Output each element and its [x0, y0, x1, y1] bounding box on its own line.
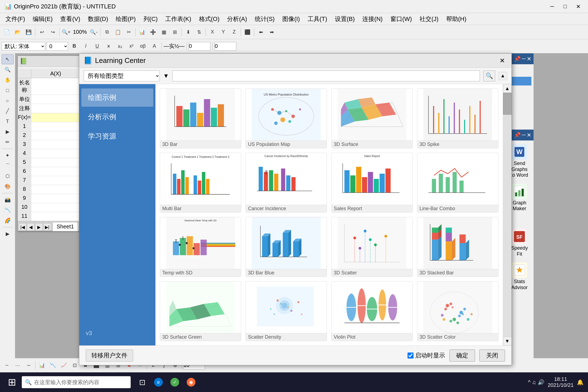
alpha-button[interactable]: αβ — [138, 41, 148, 51]
chart-item-2[interactable]: US Metro Population Distribution — [246, 88, 327, 148]
cell-a-11[interactable] — [31, 212, 80, 221]
sheet-next-btn[interactable]: ▶ — [35, 223, 43, 231]
nav-item-graphs[interactable]: 绘图示例 — [81, 88, 153, 107]
chart-item-16[interactable]: 3D Scatter Color — [417, 281, 498, 341]
taskbar-task-view[interactable]: ⊡ — [135, 375, 149, 389]
dialog-close-footer-button[interactable]: 关闭 — [479, 350, 505, 362]
z-button[interactable]: Z — [229, 27, 239, 37]
scroll-thumb[interactable] — [503, 93, 512, 115]
font-color-button[interactable]: A — [149, 41, 160, 51]
strikethrough-button[interactable]: x — [103, 41, 114, 51]
transfer-files-button[interactable]: 转移用户文件 — [86, 350, 133, 362]
redo-button[interactable]: ↪ — [48, 27, 58, 37]
dialog-close-button[interactable]: ✕ — [497, 56, 507, 66]
close-button[interactable]: ✕ — [573, 2, 584, 11]
menu-view[interactable]: 查看(V) — [57, 14, 83, 24]
new-button[interactable]: 📄 — [2, 27, 12, 37]
menu-settings[interactable]: 设置(B) — [332, 14, 358, 24]
insert-button[interactable]: ➕ — [148, 27, 158, 37]
taskbar-search-box[interactable]: 🔍 在这里输入你要搜索的内容 — [22, 376, 131, 388]
undo-button[interactable]: ↩ — [37, 27, 47, 37]
mark-button[interactable]: ⬛ — [242, 27, 253, 37]
zoom-out-button[interactable]: 🔍- — [88, 27, 99, 37]
bold-button[interactable]: B — [69, 41, 79, 51]
chart-item-1[interactable]: 3D Bar — [160, 88, 241, 148]
search-button[interactable]: 🔍 — [483, 71, 495, 81]
search-input[interactable] — [172, 71, 480, 81]
chart-item-10[interactable]: 3D Bar Blue — [246, 217, 327, 277]
draw-btn-3[interactable]: ∼ — [23, 360, 34, 370]
pointer-tool[interactable]: ▶ — [2, 127, 14, 137]
copy-button[interactable]: ⧉ — [102, 27, 112, 37]
cell-a-5[interactable] — [31, 158, 80, 167]
cell-a-8[interactable] — [31, 185, 80, 194]
menu-window[interactable]: 窗口(W) — [387, 14, 415, 24]
chart-item-4[interactable]: 3D Spike — [417, 88, 498, 148]
menu-analyze[interactable]: 分析(A) — [224, 14, 250, 24]
sheet-first-btn[interactable]: |◀ — [19, 223, 26, 231]
panel-pin-icon[interactable]: 📌 — [514, 56, 521, 62]
underline-button[interactable]: U — [92, 41, 102, 51]
sheet-prev-btn[interactable]: ◀ — [27, 223, 35, 231]
menu-tools[interactable]: 工具(T) — [304, 14, 330, 24]
cell-a-1[interactable] — [31, 122, 80, 131]
draw-btn-2[interactable]: ⋯ — [13, 360, 23, 370]
chart-item-3[interactable]: 3D Surface — [331, 88, 413, 148]
chart-btn-1[interactable]: 📊 — [37, 360, 47, 370]
menu-file[interactable]: 文件(F) — [2, 14, 28, 24]
curve-tool[interactable]: ⌒ — [2, 161, 14, 171]
menu-connect[interactable]: 连接(N) — [359, 14, 386, 24]
data-tool[interactable]: ✦ — [2, 151, 14, 160]
zoom-tool[interactable]: 🔍 — [2, 65, 14, 75]
scroll-up-button[interactable]: ▲ — [498, 72, 507, 80]
chart-item-7[interactable]: Sales Report — [331, 153, 413, 213]
italic-button[interactable]: I — [81, 41, 91, 51]
startup-checkbox[interactable] — [408, 353, 414, 359]
notification-icon[interactable]: 🔔 — [577, 379, 584, 385]
chart-btn-2[interactable]: 📉 — [48, 360, 58, 370]
cut-button[interactable]: ✂ — [124, 27, 134, 37]
filter-button[interactable]: ⬇ — [183, 27, 193, 37]
sort-button[interactable]: ⇅ — [194, 27, 204, 37]
panel-minimize-icon[interactable]: ─ — [522, 56, 526, 62]
zoom-in-button[interactable]: 🔍+ — [61, 27, 71, 37]
ok-button[interactable]: 确定 — [449, 350, 475, 362]
meta-cell-a-unit[interactable] — [31, 95, 80, 103]
sheet-last-btn[interactable]: ▶| — [43, 223, 51, 231]
draw-btn-1[interactable]: ╌ — [2, 360, 12, 370]
cell-a-6[interactable] — [31, 167, 80, 176]
graph3d-tool[interactable]: 📉 — [2, 205, 14, 215]
cell-a-9[interactable] — [31, 194, 80, 203]
graph-button[interactable]: 📊 — [137, 27, 147, 37]
panel-close-icon[interactable]: ✕ — [527, 56, 531, 62]
chart-item-5[interactable]: Control 1 Treatment 1 Treatment 2 Treatm… — [160, 153, 241, 213]
meta-cell-a-comment[interactable] — [31, 104, 80, 113]
menu-social[interactable]: 社交(J) — [416, 14, 442, 24]
chart-item-8[interactable]: Line-Bar Combo — [417, 153, 498, 213]
x-button[interactable]: X — [207, 27, 218, 37]
arrow-left-button[interactable]: ⬅ — [256, 27, 266, 37]
menu-image[interactable]: 图像(I) — [279, 14, 303, 24]
select-tool[interactable]: ↖ — [2, 54, 14, 64]
colormap-tool[interactable]: 🌈 — [2, 216, 14, 225]
matrix-button[interactable]: ⊞ — [170, 27, 180, 37]
num-input-2[interactable] — [215, 42, 236, 51]
menu-edit[interactable]: 编辑(E) — [29, 14, 56, 24]
paste-button[interactable]: 📋 — [113, 27, 123, 37]
nav-item-resources[interactable]: 学习资源 — [81, 127, 153, 145]
arrow-right-button[interactable]: ➡ — [267, 27, 277, 37]
num-input-1[interactable] — [189, 42, 210, 51]
table-button[interactable]: ▦ — [159, 27, 169, 37]
menu-help[interactable]: 帮助(H) — [443, 14, 470, 24]
subscript-button[interactable]: x₂ — [115, 41, 125, 51]
cell-a-2[interactable] — [31, 131, 80, 140]
taskbar-app2[interactable]: ✓ — [168, 375, 182, 389]
meta-cell-a-name[interactable] — [31, 78, 80, 87]
menu-plot[interactable]: 绘图(P) — [112, 14, 139, 24]
annotate-tool[interactable]: ✏ — [2, 137, 14, 147]
chart-item-9[interactable]: Seasonal Mean Temp with SD — [160, 217, 241, 277]
cell-a-4[interactable] — [31, 149, 80, 158]
menu-stats[interactable]: 统计(S) — [252, 14, 278, 24]
start-button[interactable]: ⊞ — [4, 375, 20, 390]
chart-btn-3[interactable]: 📈 — [59, 360, 69, 370]
